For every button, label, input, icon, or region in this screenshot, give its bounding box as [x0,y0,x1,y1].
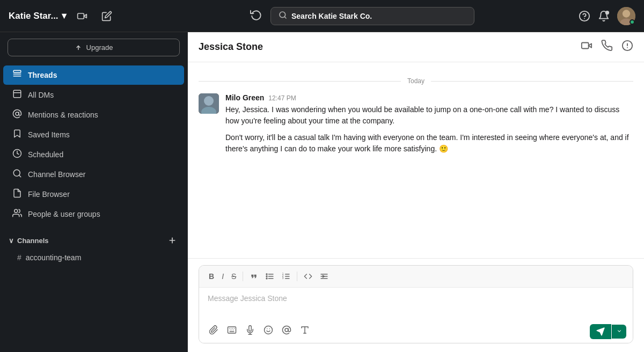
top-header: Katie Star... ▾ [0,0,644,32]
workspace-chevron-icon: ▾ [62,10,67,21]
svg-rect-22 [582,43,589,49]
message-author: Milo Green [225,93,264,102]
people-icon [12,208,23,220]
sidebar-item-file-browser[interactable]: File Browser [3,185,184,204]
channel-browser-icon [12,168,23,180]
sidebar-nav: Threads All DMs Mentions & reactio [0,63,187,226]
svg-point-50 [285,328,288,332]
message-text-p1: Hey, Jessica. I was wondering when you w… [225,104,633,127]
add-channel-button[interactable] [166,234,179,247]
toolbar-divider-2 [297,272,297,281]
sidebar-item-mentions-label: Mentions & reactions [28,111,98,119]
file-browser-icon [12,188,23,200]
bullet-list-button[interactable] [262,270,277,283]
mention-button[interactable] [279,323,295,340]
input-toolbar: B I S 123 [199,266,633,288]
channels-chevron-icon: ∨ [9,237,14,245]
help-button[interactable] [579,10,590,22]
emoji-button[interactable] [260,323,276,340]
phone-call-button[interactable] [601,40,613,54]
chat-messages: Today Milo Green 12:47 PM Hey, Jessica. … [188,62,644,258]
date-divider: Today [199,77,633,85]
header-right [528,7,635,25]
svg-point-47 [265,326,273,334]
svg-point-5 [605,10,609,14]
workspace-name-button[interactable]: Katie Star... ▾ [9,10,67,21]
info-button[interactable] [621,40,633,54]
chat-header: Jessica Stone [188,32,644,62]
message-avatar [199,93,219,114]
ordered-list-button[interactable]: 123 [279,270,294,283]
video-call-button[interactable] [73,7,91,25]
shortcuts-button[interactable] [224,323,240,340]
svg-text:3: 3 [282,277,284,280]
sidebar-item-saved[interactable]: Saved Items [3,125,184,144]
header-left: Katie Star... ▾ [9,7,196,25]
send-options-button[interactable] [612,325,626,339]
svg-line-2 [284,17,286,18]
blockquote-button[interactable] [246,270,261,283]
message-time: 12:47 PM [268,94,296,102]
search-icon [279,11,287,21]
channel-item-accounting-team[interactable]: # accounting-team [3,251,184,265]
channel-name: accounting-team [26,253,82,262]
sidebar-item-saved-label: Saved Items [28,130,70,139]
channels-section-header[interactable]: ∨ Channels [0,231,187,250]
chat-header-actions [581,40,633,54]
channels-section-title: ∨ Channels [9,237,49,245]
sidebar-item-people[interactable]: People & user groups [3,204,184,224]
online-status-dot [630,19,635,25]
input-box: B I S 123 [199,265,633,343]
sidebar: Upgrade Threads All DMs [0,32,188,352]
svg-point-32 [266,274,267,275]
svg-line-18 [19,175,20,177]
video-call-button[interactable] [581,40,592,54]
upgrade-label: Upgrade [86,43,113,52]
bold-button[interactable]: B [206,270,217,283]
sidebar-item-people-label: People & user groups [28,210,100,218]
sidebar-item-channel-browser-label: Channel Browser [28,170,85,179]
message-input-placeholder: Message Jessica Stone [208,294,287,303]
sidebar-item-threads-label: Threads [28,71,57,79]
svg-point-19 [14,209,18,212]
message-input[interactable]: Message Jessica Stone [199,288,633,320]
user-avatar[interactable] [617,7,635,25]
threads-icon [12,69,23,81]
history-button[interactable] [250,9,262,23]
indent-button[interactable] [317,270,332,283]
compose-button[interactable] [98,7,116,25]
italic-button[interactable]: I [218,270,227,283]
sidebar-item-threads[interactable]: Threads [3,65,184,85]
scheduled-icon [12,149,23,160]
channel-hash-icon: # [17,253,21,262]
strikethrough-button[interactable]: S [228,270,239,283]
sidebar-item-all-dms[interactable]: All DMs [3,85,184,105]
message-input-area: B I S 123 [188,258,644,352]
sidebar-item-scheduled[interactable]: Scheduled [3,145,184,164]
saved-icon [12,129,23,141]
send-button[interactable] [590,324,611,339]
upgrade-button[interactable]: Upgrade [8,39,180,56]
sidebar-item-mentions[interactable]: Mentions & reactions [3,105,184,124]
attach-button[interactable] [206,323,222,340]
text-format-button[interactable] [297,323,313,340]
notifications-button[interactable] [598,10,610,22]
svg-point-27 [204,96,214,106]
message-text-p2: Don't worry, it'll be a casual talk I'm … [225,132,633,155]
search-prefix: Search [291,12,317,20]
sidebar-item-channel-browser[interactable]: Channel Browser [3,165,184,184]
search-label: Search Katie Stark Co. [291,12,372,20]
date-label: Today [407,77,425,85]
chat-area: Jessica Stone [188,32,644,352]
search-workspace: Katie Stark Co. [319,12,372,20]
workspace-name-text: Katie Star... [9,11,58,21]
audio-button[interactable] [242,323,258,340]
svg-point-33 [266,276,267,277]
send-group [590,324,626,339]
channels-section: ∨ Channels # accounting-team [0,231,187,265]
all-dms-icon [12,89,23,101]
search-bar[interactable]: Search Katie Stark Co. [270,7,474,25]
code-button[interactable] [301,270,316,283]
svg-rect-13 [13,90,21,98]
message: Milo Green 12:47 PM Hey, Jessica. I was … [199,93,633,155]
